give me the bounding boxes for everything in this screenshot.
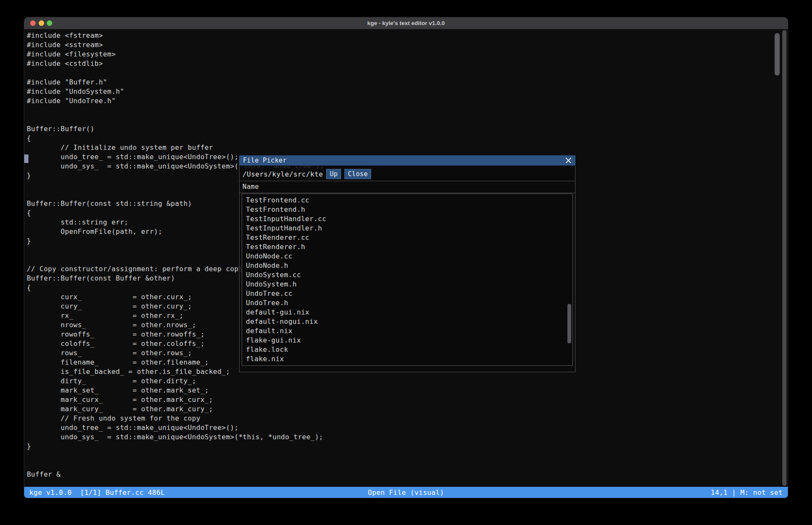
list-item[interactable]: flake.lock	[242, 345, 572, 354]
path-row: /Users/kyle/src/kte Up Close	[242, 169, 371, 179]
window-titlebar[interactable]: kge - kyle's text editor v1.0.0	[24, 17, 788, 29]
list-item[interactable]: UndoNode.cc	[242, 252, 572, 261]
separator	[240, 193, 575, 193]
list-item[interactable]: flake.nix	[242, 354, 572, 364]
name-column-header: Name	[242, 183, 259, 191]
file-list: TestFrontend.ccTestFrontend.hTestInputHa…	[242, 194, 573, 366]
separator	[240, 181, 575, 181]
close-button[interactable]: Close	[344, 169, 371, 179]
close-icon[interactable]	[565, 157, 572, 164]
current-path: /Users/kyle/src/kte	[242, 170, 323, 178]
list-item[interactable]: TestRenderer.h	[242, 242, 572, 252]
list-item[interactable]: UndoNode.h	[242, 261, 572, 270]
list-item[interactable]: UndoTree.cc	[242, 289, 572, 298]
file-picker-body: (*this, *undo_tree_); y of core fields; …	[239, 166, 575, 372]
status-bar: kge v1.0.0 [1/1] Buffer.cc 486L Open Fil…	[24, 487, 788, 498]
list-item[interactable]: TestInputHandler.h	[242, 224, 572, 233]
file-picker-title: File Picker	[243, 157, 287, 164]
file-picker-titlebar[interactable]: File Picker	[239, 155, 575, 166]
status-version-file: kge v1.0.0 [1/1] Buffer.cc 486L	[29, 489, 165, 497]
status-cursor-position: 14,1 | M: not set	[710, 489, 783, 497]
list-item[interactable]: UndoTree.h	[242, 298, 572, 308]
window-title: kge - kyle's text editor v1.0.0	[24, 20, 788, 26]
list-item[interactable]: TestFrontend.h	[242, 205, 572, 214]
list-item[interactable]: default.nix	[242, 326, 572, 336]
file-list-scrollbar-thumb[interactable]	[567, 304, 571, 343]
editor-scrollbar-track[interactable]	[782, 30, 787, 486]
list-item[interactable]: default-nogui.nix	[242, 317, 572, 326]
list-item[interactable]: TestFrontend.cc	[242, 196, 572, 205]
up-button[interactable]: Up	[326, 169, 341, 179]
list-item[interactable]: default-gui.nix	[242, 308, 572, 317]
list-item[interactable]: TestInputHandler.cc	[242, 214, 572, 224]
file-picker-dialog: File Picker (*this, *undo_tree_); y of c…	[239, 155, 575, 372]
desktop: kge - kyle's text editor v1.0.0 #include…	[0, 0, 812, 525]
list-item[interactable]: UndoSystem.cc	[242, 270, 572, 280]
status-mode: Open File (visual)	[368, 489, 444, 497]
list-item[interactable]: TestRenderer.cc	[242, 233, 572, 242]
editor-scrollbar-thumb[interactable]	[775, 33, 780, 76]
list-item[interactable]: flake-gui.nix	[242, 336, 572, 345]
list-item[interactable]: UndoSystem.h	[242, 280, 572, 289]
